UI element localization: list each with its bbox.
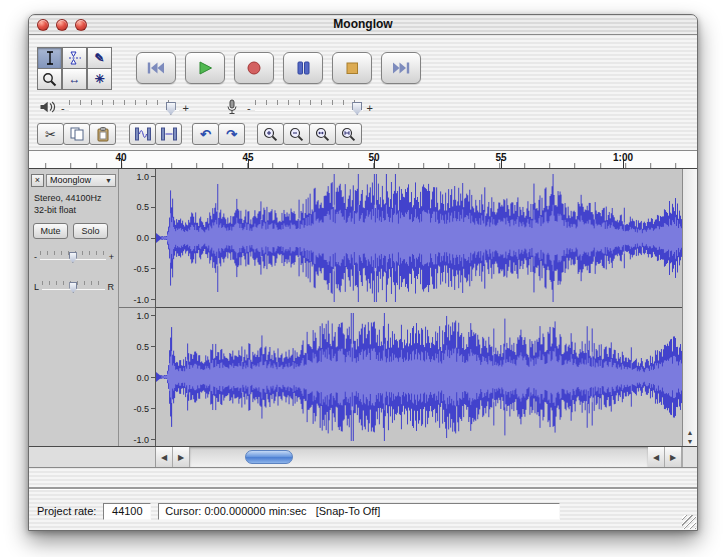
timeshift-icon: ↔	[69, 72, 81, 86]
scroll-up-button[interactable]: ▲	[687, 428, 694, 437]
tool-zoom-button[interactable]	[37, 68, 62, 90]
mute-button[interactable]: Mute	[33, 223, 68, 239]
clipboard-group: ✂	[37, 123, 115, 145]
timeline-label-50: 50	[368, 152, 379, 163]
project-rate-label: Project rate:	[37, 503, 96, 520]
empty-toolbar-strip	[29, 468, 697, 488]
paste-icon	[95, 127, 111, 142]
pan-left-label: L	[34, 282, 39, 292]
horizontal-scrollbar: ◀ ▶ ◀ ▶	[29, 447, 697, 468]
silence-button[interactable]	[155, 123, 182, 145]
ibeam-icon	[42, 51, 58, 65]
hscroll-track[interactable]	[190, 447, 648, 467]
cursor-status: Cursor: 0:00.000000 min:sec [Snap-To Off…	[158, 503, 560, 520]
zoom-group	[257, 123, 361, 145]
gain-track[interactable]	[40, 250, 106, 264]
solo-button[interactable]: Solo	[73, 223, 108, 239]
pan-slider[interactable]: L R	[34, 279, 114, 295]
scroll-down-button[interactable]: ▼	[687, 437, 694, 446]
play-button[interactable]	[185, 52, 225, 84]
timeline-ruler[interactable]: 40 45 50 55 1:00	[29, 150, 697, 169]
rewind-button[interactable]	[136, 52, 176, 84]
copy-icon	[69, 127, 85, 141]
output-volume-track[interactable]	[69, 98, 179, 118]
timeline-label-55: 55	[495, 152, 506, 163]
right-channel	[156, 308, 682, 446]
copy-button[interactable]	[63, 123, 90, 145]
undo-button[interactable]: ↶	[192, 123, 219, 145]
gain-plus-label: +	[109, 252, 114, 262]
pause-button[interactable]	[283, 52, 323, 84]
pan-track[interactable]	[42, 280, 104, 294]
output-volume-line	[69, 110, 179, 111]
hscroll-left-button-2[interactable]: ◀	[648, 447, 665, 467]
undo-icon: ↶	[200, 128, 211, 141]
fit-project-button[interactable]	[335, 123, 362, 145]
tool-multi-button[interactable]: ✳	[87, 68, 112, 90]
gain-slider[interactable]: - +	[34, 249, 114, 265]
vertical-scrollbar[interactable]: ▲ ▼	[682, 169, 697, 446]
output-minus-label: -	[61, 103, 65, 113]
zoom-out-button[interactable]	[283, 123, 310, 145]
track-close-button[interactable]: ×	[31, 174, 44, 187]
cut-button[interactable]: ✂	[37, 123, 64, 145]
pan-right-label: R	[108, 282, 115, 292]
zoom-out-icon	[289, 127, 304, 142]
magnifier-icon	[42, 72, 57, 87]
timeline-label-100: 1:00	[613, 152, 633, 163]
vruler-label: 1.0	[136, 172, 149, 182]
project-rate-value: 44100	[103, 503, 151, 520]
vruler-tick	[151, 346, 155, 347]
gain-thumb[interactable]	[69, 252, 77, 263]
minimize-button[interactable]	[56, 19, 68, 31]
tool-selection-button[interactable]	[37, 47, 62, 69]
paste-button[interactable]	[89, 123, 116, 145]
vertical-ruler[interactable]: 1.0 0.5 0.0 -0.5 -1.0 1.0 0.5 0.0 -0.5 -…	[119, 169, 156, 446]
track-bitdepth-info: 32-bit float	[34, 205, 76, 215]
zoom-button[interactable]	[75, 19, 87, 31]
vruler-label: -0.5	[133, 264, 149, 274]
record-button[interactable]	[234, 52, 274, 84]
track-title-menu[interactable]: Moonglow ▼	[46, 174, 116, 187]
record-icon	[246, 60, 262, 76]
waveform-channel-right[interactable]	[156, 308, 682, 446]
vruler-label: 0.0	[136, 233, 149, 243]
zoom-in-icon	[263, 127, 278, 142]
output-volume-thumb[interactable]	[166, 102, 176, 115]
input-volume-track[interactable]	[255, 98, 363, 118]
gain-minus-label: -	[34, 252, 37, 262]
output-volume-slider[interactable]: - +	[61, 97, 189, 119]
vruler-tick	[151, 238, 155, 239]
waveform-channel-left[interactable]	[156, 169, 682, 307]
vruler-tick	[151, 408, 155, 409]
input-volume-thumb[interactable]	[352, 102, 362, 115]
scrollbar-left-filler	[29, 447, 156, 467]
fit-selection-button[interactable]	[309, 123, 336, 145]
vruler-tick	[151, 377, 155, 378]
forward-button[interactable]	[381, 52, 421, 84]
stop-icon	[344, 60, 360, 76]
hscroll-thumb[interactable]	[245, 450, 293, 464]
hscroll-right-button[interactable]: ▶	[173, 447, 190, 467]
resize-grip[interactable]	[682, 515, 696, 529]
tool-draw-button[interactable]: ✎	[87, 47, 112, 69]
vruler-tick	[151, 439, 155, 440]
pan-thumb[interactable]	[69, 282, 77, 293]
zoom-in-button[interactable]	[257, 123, 284, 145]
close-button[interactable]	[37, 19, 49, 31]
scrollbar-corner	[682, 447, 697, 467]
fit-project-icon	[341, 127, 356, 142]
stop-button[interactable]	[332, 52, 372, 84]
tool-timeshift-button[interactable]: ↔	[62, 68, 87, 90]
hscroll-right-button-2[interactable]: ▶	[665, 447, 682, 467]
input-volume-slider[interactable]: - +	[247, 97, 373, 119]
trim-group	[129, 123, 181, 145]
timeline-label-40: 40	[115, 152, 126, 163]
track-control-panel: × Moonglow ▼ Stereo, 44100Hz 32-bit floa…	[29, 169, 119, 446]
redo-button[interactable]: ↷	[218, 123, 245, 145]
vruler-label: 0.0	[136, 373, 149, 383]
trim-button[interactable]	[129, 123, 156, 145]
hscroll-left-button[interactable]: ◀	[156, 447, 173, 467]
tool-envelope-button[interactable]	[62, 47, 87, 69]
titlebar[interactable]: Moonglow	[29, 15, 697, 35]
